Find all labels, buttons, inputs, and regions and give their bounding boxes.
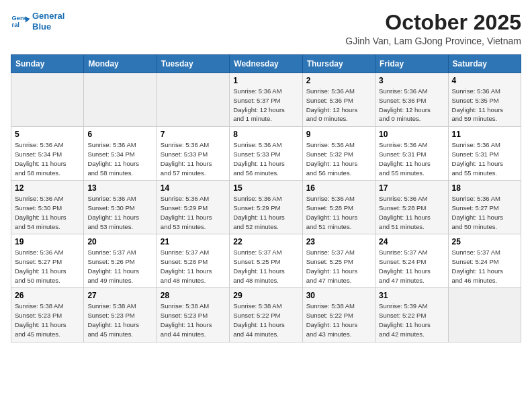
calendar-week-row: 1Sunrise: 5:36 AM Sunset: 5:37 PM Daylig… <box>11 73 521 127</box>
calendar-cell: 19Sunrise: 5:36 AM Sunset: 5:27 PM Dayli… <box>11 234 84 288</box>
calendar-week-row: 5Sunrise: 5:36 AM Sunset: 5:34 PM Daylig… <box>11 127 521 181</box>
day-info: Sunrise: 5:36 AM Sunset: 5:35 PM Dayligh… <box>452 87 517 124</box>
logo-icon: Gene- ral <box>11 12 30 31</box>
day-info: Sunrise: 5:37 AM Sunset: 5:24 PM Dayligh… <box>379 248 444 285</box>
calendar-week-row: 26Sunrise: 5:38 AM Sunset: 5:23 PM Dayli… <box>11 288 521 342</box>
day-number: 30 <box>306 291 371 300</box>
day-info: Sunrise: 5:36 AM Sunset: 5:33 PM Dayligh… <box>233 140 298 177</box>
column-header-wednesday: Wednesday <box>230 55 302 73</box>
day-number: 16 <box>306 183 371 193</box>
day-number: 28 <box>161 291 226 300</box>
day-info: Sunrise: 5:36 AM Sunset: 5:29 PM Dayligh… <box>233 194 298 231</box>
calendar-header-row: SundayMondayTuesdayWednesdayThursdayFrid… <box>11 55 521 73</box>
calendar-cell: 5Sunrise: 5:36 AM Sunset: 5:34 PM Daylig… <box>11 127 84 181</box>
day-number: 3 <box>379 76 444 85</box>
day-number: 5 <box>15 130 80 139</box>
day-info: Sunrise: 5:38 AM Sunset: 5:22 PM Dayligh… <box>233 302 298 338</box>
day-number: 15 <box>233 183 298 193</box>
day-info: Sunrise: 5:36 AM Sunset: 5:28 PM Dayligh… <box>379 194 444 231</box>
day-info: Sunrise: 5:36 AM Sunset: 5:27 PM Dayligh… <box>452 194 517 231</box>
calendar-cell: 14Sunrise: 5:36 AM Sunset: 5:29 PM Dayli… <box>157 181 229 234</box>
day-info: Sunrise: 5:36 AM Sunset: 5:37 PM Dayligh… <box>233 87 298 124</box>
month-title: October 2025 <box>345 11 521 34</box>
day-info: Sunrise: 5:36 AM Sunset: 5:32 PM Dayligh… <box>306 140 371 177</box>
day-number: 25 <box>452 237 517 246</box>
day-number: 20 <box>87 237 152 246</box>
calendar-cell: 20Sunrise: 5:37 AM Sunset: 5:26 PM Dayli… <box>84 234 157 288</box>
column-header-monday: Monday <box>84 55 157 73</box>
calendar-cell: 23Sunrise: 5:37 AM Sunset: 5:25 PM Dayli… <box>302 234 375 288</box>
calendar-cell <box>11 73 84 127</box>
day-info: Sunrise: 5:37 AM Sunset: 5:26 PM Dayligh… <box>87 248 152 285</box>
column-header-sunday: Sunday <box>11 55 84 73</box>
day-info: Sunrise: 5:36 AM Sunset: 5:34 PM Dayligh… <box>87 140 152 177</box>
day-info: Sunrise: 5:36 AM Sunset: 5:36 PM Dayligh… <box>306 87 371 124</box>
logo: Gene- ral General Blue <box>11 11 64 32</box>
column-header-thursday: Thursday <box>302 55 375 73</box>
day-info: Sunrise: 5:36 AM Sunset: 5:30 PM Dayligh… <box>87 194 152 231</box>
day-info: Sunrise: 5:38 AM Sunset: 5:23 PM Dayligh… <box>87 302 152 338</box>
day-number: 2 <box>306 76 371 85</box>
svg-text:ral: ral <box>12 21 19 28</box>
column-header-tuesday: Tuesday <box>157 55 229 73</box>
day-info: Sunrise: 5:36 AM Sunset: 5:29 PM Dayligh… <box>161 194 226 231</box>
calendar-cell <box>84 73 157 127</box>
calendar-cell: 8Sunrise: 5:36 AM Sunset: 5:33 PM Daylig… <box>230 127 302 181</box>
day-number: 31 <box>379 291 444 300</box>
day-number: 22 <box>233 237 298 246</box>
day-number: 27 <box>87 291 152 300</box>
calendar-cell <box>157 73 229 127</box>
calendar-cell: 7Sunrise: 5:36 AM Sunset: 5:33 PM Daylig… <box>157 127 229 181</box>
logo-text-line2: Blue <box>32 21 64 32</box>
day-info: Sunrise: 5:37 AM Sunset: 5:24 PM Dayligh… <box>452 248 517 285</box>
calendar-cell: 15Sunrise: 5:36 AM Sunset: 5:29 PM Dayli… <box>230 181 302 234</box>
day-number: 4 <box>452 76 517 85</box>
calendar-cell <box>448 288 521 342</box>
day-info: Sunrise: 5:37 AM Sunset: 5:25 PM Dayligh… <box>306 248 371 285</box>
day-number: 21 <box>161 237 226 246</box>
calendar-cell: 1Sunrise: 5:36 AM Sunset: 5:37 PM Daylig… <box>230 73 302 127</box>
calendar-cell: 27Sunrise: 5:38 AM Sunset: 5:23 PM Dayli… <box>84 288 157 342</box>
day-number: 12 <box>15 183 80 193</box>
column-header-friday: Friday <box>375 55 448 73</box>
day-number: 10 <box>379 130 444 139</box>
day-number: 24 <box>379 237 444 246</box>
day-info: Sunrise: 5:38 AM Sunset: 5:23 PM Dayligh… <box>15 302 80 338</box>
day-number: 6 <box>87 130 152 139</box>
calendar-cell: 29Sunrise: 5:38 AM Sunset: 5:22 PM Dayli… <box>230 288 302 342</box>
day-number: 29 <box>233 291 298 300</box>
day-number: 19 <box>15 237 80 246</box>
calendar-cell: 12Sunrise: 5:36 AM Sunset: 5:30 PM Dayli… <box>11 181 84 234</box>
day-info: Sunrise: 5:36 AM Sunset: 5:30 PM Dayligh… <box>15 194 80 231</box>
day-info: Sunrise: 5:36 AM Sunset: 5:36 PM Dayligh… <box>379 87 444 124</box>
calendar-cell: 21Sunrise: 5:37 AM Sunset: 5:26 PM Dayli… <box>157 234 229 288</box>
calendar-cell: 30Sunrise: 5:38 AM Sunset: 5:22 PM Dayli… <box>302 288 375 342</box>
title-section: October 2025 GJinh Van, Lam GJong Provin… <box>345 11 521 46</box>
day-number: 26 <box>15 291 80 300</box>
day-info: Sunrise: 5:36 AM Sunset: 5:31 PM Dayligh… <box>452 140 517 177</box>
day-number: 7 <box>161 130 226 139</box>
day-number: 17 <box>379 183 444 193</box>
column-header-saturday: Saturday <box>448 55 521 73</box>
day-info: Sunrise: 5:36 AM Sunset: 5:34 PM Dayligh… <box>15 140 80 177</box>
calendar-cell: 25Sunrise: 5:37 AM Sunset: 5:24 PM Dayli… <box>448 234 521 288</box>
calendar-cell: 6Sunrise: 5:36 AM Sunset: 5:34 PM Daylig… <box>84 127 157 181</box>
day-number: 8 <box>233 130 298 139</box>
calendar-week-row: 12Sunrise: 5:36 AM Sunset: 5:30 PM Dayli… <box>11 181 521 234</box>
day-info: Sunrise: 5:36 AM Sunset: 5:33 PM Dayligh… <box>161 140 226 177</box>
day-number: 18 <box>452 183 517 193</box>
calendar-week-row: 19Sunrise: 5:36 AM Sunset: 5:27 PM Dayli… <box>11 234 521 288</box>
day-number: 1 <box>233 76 298 85</box>
day-number: 14 <box>161 183 226 193</box>
day-info: Sunrise: 5:36 AM Sunset: 5:31 PM Dayligh… <box>379 140 444 177</box>
location-subtitle: GJinh Van, Lam GJong Province, Vietnam <box>345 36 521 46</box>
header: Gene- ral General Blue October 2025 GJin… <box>11 11 521 46</box>
calendar-cell: 22Sunrise: 5:37 AM Sunset: 5:25 PM Dayli… <box>230 234 302 288</box>
calendar-cell: 2Sunrise: 5:36 AM Sunset: 5:36 PM Daylig… <box>302 73 375 127</box>
day-number: 9 <box>306 130 371 139</box>
day-info: Sunrise: 5:38 AM Sunset: 5:22 PM Dayligh… <box>306 302 371 338</box>
day-info: Sunrise: 5:38 AM Sunset: 5:23 PM Dayligh… <box>161 302 226 338</box>
logo-text-line1: General <box>32 11 64 21</box>
calendar-cell: 31Sunrise: 5:39 AM Sunset: 5:22 PM Dayli… <box>375 288 448 342</box>
day-info: Sunrise: 5:36 AM Sunset: 5:28 PM Dayligh… <box>306 194 371 231</box>
